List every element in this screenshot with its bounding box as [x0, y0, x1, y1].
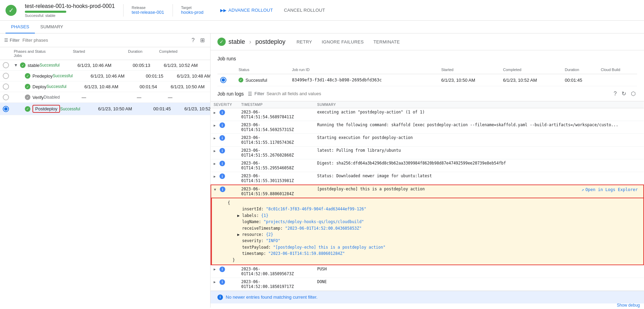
logs-help-button[interactable]: ? [612, 90, 618, 98]
col-phases-jobs: Phases and Jobs [14, 49, 35, 58]
log-row[interactable]: ▶ i 2023-06-01T14:51:54.569257315Z Runni… [211, 121, 644, 134]
phase-label: stable [28, 63, 40, 68]
job-run-row[interactable]: ✓ Successful 83499ef3-f3d1-48c3-b898-269… [217, 74, 637, 86]
expand-icon[interactable]: ▼ [14, 63, 18, 68]
log-col-summary: SUMMARY [314, 101, 644, 108]
started-cell: — [82, 95, 137, 100]
logs-filter-label: Filter [254, 91, 264, 96]
jr-col-status-label: Status [236, 66, 289, 74]
external-link-icon: ↗ [582, 187, 584, 192]
table-row[interactable]: ▼ ✓ stable Successful 6/1/23, 10:46 AM 0… [0, 60, 210, 71]
info-icon: i [217, 295, 223, 300]
log-row[interactable]: ▶ i 2023-06-01T14:51:54.568978411Z execu… [211, 108, 644, 121]
table-row[interactable]: ✓ Verify Disabled — — — [0, 92, 210, 103]
log-timestamp: 2023-06-01T14:51:55.295546058Z [238, 159, 314, 172]
jr-col-completed: Completed [500, 66, 562, 74]
app-icon: ✓ [6, 5, 17, 16]
log-timestamp: 2023-06-01T14:51:55.301153981Z [238, 172, 314, 185]
log-expand-icon[interactable]: ▶ [214, 267, 216, 271]
jr-col-cloudbuild: Cloud Build [598, 66, 637, 74]
retry-button[interactable]: RETRY [294, 38, 315, 46]
help-icon-btn[interactable]: ? [190, 36, 196, 44]
log-severity-badge: i [219, 135, 225, 141]
row-radio[interactable] [3, 62, 14, 68]
help-icon: ? [192, 37, 195, 43]
ignore-failures-button[interactable]: IGNORE FAILURES [319, 38, 367, 46]
log-expand-icon[interactable]: ▼ [214, 188, 216, 191]
log-expand-icon[interactable]: ▶ [214, 111, 216, 114]
log-expand-icon[interactable]: ▶ [214, 280, 216, 284]
row-radio[interactable] [3, 106, 14, 112]
log-expand-icon[interactable]: ▶ [214, 123, 216, 127]
check-circle: ✓ [25, 84, 30, 89]
phase-name-cell: ✓ Verify [14, 94, 44, 100]
log-row[interactable]: ▶ i 2023-06-01T14:51:55.295546058Z Diges… [211, 159, 644, 172]
log-row[interactable]: ▶ i 2023-06-01T14:52:00.185095673Z PUSH [211, 265, 644, 278]
log-summary: Running the following command: skaffold … [314, 121, 644, 134]
log-timestamp: 2023-06-01T14:51:55.267602860Z [238, 147, 314, 159]
release-link[interactable]: test-release-001 [132, 10, 164, 15]
postdeploy-label: Postdeploy [32, 105, 60, 113]
logs-refresh-button[interactable]: ↻ [620, 90, 627, 98]
log-severity-badge: i [219, 279, 225, 285]
log-severity-badge: i [219, 122, 225, 128]
log-expand-icon[interactable]: ▶ [214, 136, 216, 140]
cancel-rollout-button[interactable]: CANCEL ROLLOUT [281, 6, 328, 15]
log-row[interactable]: ▶ i 2023-06-01T14:51:55.301153981Z Statu… [211, 172, 644, 185]
log-expand-icon[interactable]: ▶ [214, 175, 216, 178]
tab-phases[interactable]: PHASES [6, 21, 35, 33]
log-row[interactable]: ▶ i 2023-06-01T14:51:55.117057436Z Start… [211, 134, 644, 147]
check-circle: ✓ [25, 106, 30, 112]
started-cell: 6/1/23, 10:46 AM [78, 63, 133, 68]
main-layout: ☰ Filter ? ⊞ Phases and Jobs Status Star… [0, 33, 644, 308]
log-severity-cell: ▶ i [211, 121, 238, 134]
log-expand-icon[interactable]: ▶ [214, 149, 216, 153]
filter-button[interactable]: ☰ Filter [4, 38, 20, 43]
row-radio[interactable] [3, 94, 14, 100]
target-link[interactable]: hooks-prod [181, 10, 204, 15]
started-cell: 6/1/23, 10:46 AM [91, 73, 146, 79]
logs-external-button[interactable]: ⬡ [630, 90, 637, 98]
columns-icon-btn[interactable]: ⊞ [199, 36, 206, 44]
top-header: ✓ test-release-001-to-hooks-prod-0001 Su… [0, 0, 644, 21]
logs-actions: ? ↻ ⬡ [612, 90, 637, 98]
filter-input[interactable] [22, 38, 187, 43]
row-radio[interactable] [3, 83, 14, 90]
phase-name-cell: ▼ ✓ stable [14, 62, 40, 68]
log-row[interactable]: ▶ i 2023-06-01T14:51:55.267602860Z lates… [211, 147, 644, 159]
log-col-timestamp: TIMESTAMP [238, 101, 314, 108]
terminate-button[interactable]: TERMINATE [371, 38, 403, 46]
table-header: Phases and Jobs Status Started Duration … [0, 47, 210, 60]
log-summary: PUSH [314, 265, 644, 278]
log-expand-icon[interactable]: ▶ [214, 162, 216, 166]
log-severity-cell: ▶ i [211, 147, 238, 159]
table-row[interactable]: ✓ Predeploy Successful 6/1/23, 10:46 AM … [0, 71, 210, 81]
open-logs-explorer-link[interactable]: ↗ Open in Logs Explorer [579, 186, 641, 193]
status-cell: Successful [60, 107, 98, 111]
status-cell: Successful [46, 84, 84, 89]
release-meta: Release test-release-001 [132, 6, 164, 15]
log-summary: DONE [314, 278, 644, 290]
log-severity-cell: ▼ i [211, 185, 238, 198]
table-body: ▼ ✓ stable Successful 6/1/23, 10:46 AM 0… [0, 60, 210, 308]
columns-icon: ⊞ [200, 37, 205, 43]
log-row-expanded[interactable]: ▼ i 2023-06-01T14:51:59.880601284Z [post… [211, 185, 644, 198]
logs-filter-input[interactable] [266, 91, 608, 96]
status-cell: Disabled [44, 95, 82, 100]
target-meta: Target hooks-prod [181, 6, 204, 15]
table-row-postdeploy[interactable]: ✓ Postdeploy Successful 6/1/23, 10:50 AM… [0, 103, 210, 115]
show-debug-link[interactable]: Show debug [613, 301, 644, 308]
table-row[interactable]: ✓ Deploy Successful 6/1/23, 10:48 AM 00:… [0, 81, 210, 92]
jr-select[interactable] [217, 74, 236, 86]
right-panel-actions: RETRY IGNORE FAILURES TERMINATE [294, 38, 402, 46]
col-duration: Duration [128, 49, 159, 58]
log-severity-cell: ▶ i [211, 134, 238, 147]
advance-rollout-button[interactable]: ▶▶ ADVANCE ROLLOUT [217, 6, 276, 15]
log-severity-badge: i [219, 110, 225, 115]
status-cell: Successful [53, 73, 91, 78]
check-circle-disabled: ✓ [25, 94, 30, 100]
jr-cloudbuild [598, 74, 637, 86]
tab-summary[interactable]: SUMMARY [35, 21, 69, 33]
row-radio[interactable] [3, 73, 14, 79]
log-row[interactable]: ▶ i 2023-06-01T14:52:00.185019717Z DONE [211, 278, 644, 290]
